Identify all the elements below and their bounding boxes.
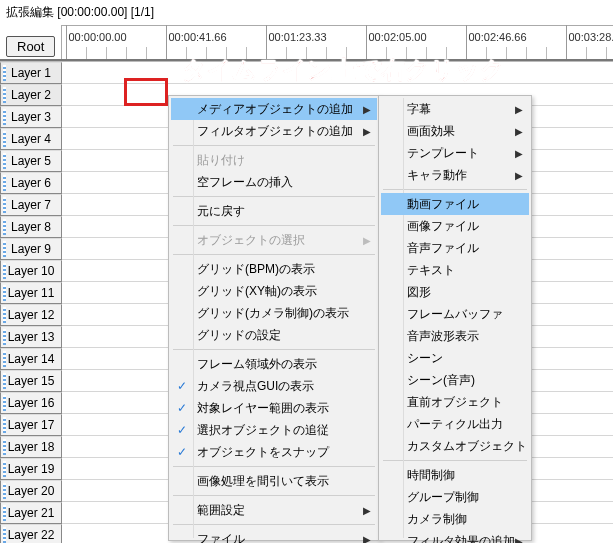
menu-item[interactable]: グリッドの設定	[171, 324, 377, 346]
menu-separator	[173, 466, 375, 467]
menu-item[interactable]: メディアオブジェクトの追加▶	[171, 98, 377, 120]
menu-item[interactable]: ✓オブジェクトをスナップ	[171, 441, 377, 463]
menu-item[interactable]: 空フレームの挿入	[171, 171, 377, 193]
menu-item[interactable]: ✓対象レイヤー範囲の表示	[171, 397, 377, 419]
layer-header[interactable]: Layer 19	[0, 458, 62, 480]
menu-item[interactable]: テキスト	[381, 259, 529, 281]
menu-item-label: 画像処理を間引いて表示	[197, 473, 329, 490]
layer-header[interactable]: Layer 12	[0, 304, 62, 326]
menu-item[interactable]: 画像ファイル	[381, 215, 529, 237]
menu-item[interactable]: カスタムオブジェクト	[381, 435, 529, 457]
menu-item[interactable]: シーン(音声)	[381, 369, 529, 391]
layer-header[interactable]: Layer 10	[0, 260, 62, 282]
menu-item[interactable]: 範囲設定▶	[171, 499, 377, 521]
menu-item[interactable]: パーティクル出力	[381, 413, 529, 435]
menu-item[interactable]: ✓カメラ視点GUIの表示	[171, 375, 377, 397]
menu-item[interactable]: ✓選択オブジェクトの追従	[171, 419, 377, 441]
menu-item[interactable]: キャラ動作▶	[381, 164, 529, 186]
menu-item-label: フレームバッファ	[407, 306, 503, 323]
submenu-arrow-icon: ▶	[515, 170, 523, 181]
ruler-tick-label: 00:00:41.66	[168, 31, 226, 43]
menu-item[interactable]: グリッド(カメラ制御)の表示	[171, 302, 377, 324]
context-menu-main[interactable]: メディアオブジェクトの追加▶フィルタオブジェクトの追加▶貼り付け空フレームの挿入…	[168, 95, 380, 541]
menu-item-label: オブジェクトの選択	[197, 232, 305, 249]
layer-header[interactable]: Layer 17	[0, 414, 62, 436]
menu-item[interactable]: グリッド(BPM)の表示	[171, 258, 377, 280]
menu-item-label: 音声ファイル	[407, 240, 479, 257]
editor-window: 拡張編集 [00:00:00.00] [1/1] Root 00:00:00.0…	[0, 0, 613, 543]
menu-item[interactable]: 画面効果▶	[381, 120, 529, 142]
menu-item[interactable]: ファイル▶	[171, 528, 377, 543]
menu-separator	[173, 225, 375, 226]
submenu-arrow-icon: ▶	[515, 104, 523, 115]
layer-header[interactable]: Layer 4	[0, 128, 62, 150]
menu-item[interactable]: 元に戻す	[171, 200, 377, 222]
layer-header[interactable]: Layer 16	[0, 392, 62, 414]
menu-item-label: 空フレームの挿入	[197, 174, 293, 191]
layer-header[interactable]: Layer 21	[0, 502, 62, 524]
menu-item-label: 対象レイヤー範囲の表示	[197, 400, 329, 417]
menu-item[interactable]: 図形	[381, 281, 529, 303]
menu-item-label: グリッドの設定	[197, 327, 281, 344]
submenu-arrow-icon: ▶	[363, 235, 371, 246]
layer-header[interactable]: Layer 15	[0, 370, 62, 392]
menu-item-label: パーティクル出力	[407, 416, 503, 433]
menu-item-label: 直前オブジェクト	[407, 394, 503, 411]
layer-header[interactable]: Layer 20	[0, 480, 62, 502]
menu-item[interactable]: 音声ファイル	[381, 237, 529, 259]
menu-item-label: グリッド(BPM)の表示	[197, 261, 315, 278]
menu-item[interactable]: グループ制御	[381, 486, 529, 508]
menu-item-label: テンプレート	[407, 145, 479, 162]
menu-item-label: グリッド(カメラ制御)の表示	[197, 305, 349, 322]
menu-item[interactable]: カメラ制御	[381, 508, 529, 530]
root-button[interactable]: Root	[6, 36, 55, 57]
menu-item[interactable]: 直前オブジェクト	[381, 391, 529, 413]
menu-item-label: 図形	[407, 284, 431, 301]
menu-item-label: ファイル	[197, 531, 245, 544]
menu-item-label: テキスト	[407, 262, 455, 279]
menu-item-label: 選択オブジェクトの追従	[197, 422, 329, 439]
menu-item-label: 範囲設定	[197, 502, 245, 519]
layer-header[interactable]: Layer 2	[0, 84, 62, 106]
submenu-arrow-icon: ▶	[515, 536, 523, 544]
layer-header[interactable]: Layer 1	[0, 62, 62, 84]
layer-header[interactable]: Layer 3	[0, 106, 62, 128]
menu-separator	[173, 254, 375, 255]
layer-header[interactable]: Layer 22	[0, 524, 62, 543]
menu-separator	[173, 349, 375, 350]
menu-item[interactable]: 字幕▶	[381, 98, 529, 120]
menu-item[interactable]: 音声波形表示	[381, 325, 529, 347]
menu-item[interactable]: フィルタオブジェクトの追加▶	[171, 120, 377, 142]
layer-header[interactable]: Layer 7	[0, 194, 62, 216]
menu-item[interactable]: 画像処理を間引いて表示	[171, 470, 377, 492]
menu-item[interactable]: フレームバッファ	[381, 303, 529, 325]
layer-header[interactable]: Layer 5	[0, 150, 62, 172]
menu-item[interactable]: テンプレート▶	[381, 142, 529, 164]
context-menu-sub[interactable]: 字幕▶画面効果▶テンプレート▶キャラ動作▶動画ファイル画像ファイル音声ファイルテ…	[378, 95, 532, 541]
layer-header[interactable]: Layer 9	[0, 238, 62, 260]
menu-item[interactable]: 動画ファイル	[381, 193, 529, 215]
menu-item-label: 時間制御	[407, 467, 455, 484]
menu-item[interactable]: 時間制御	[381, 464, 529, 486]
menu-item[interactable]: シーン	[381, 347, 529, 369]
menu-separator	[173, 196, 375, 197]
menu-item: オブジェクトの選択▶	[171, 229, 377, 251]
ruler-tick-label: 00:00:00.00	[68, 31, 126, 43]
menu-item[interactable]: グリッド(XY軸)の表示	[171, 280, 377, 302]
layer-header[interactable]: Layer 8	[0, 216, 62, 238]
ruler-tick-label: 00:01:23.33	[268, 31, 326, 43]
submenu-arrow-icon: ▶	[363, 126, 371, 137]
layer-header[interactable]: Layer 6	[0, 172, 62, 194]
menu-item-label: 画面効果	[407, 123, 455, 140]
layer-header[interactable]: Layer 14	[0, 348, 62, 370]
layer-header[interactable]: Layer 18	[0, 436, 62, 458]
layer-header[interactable]: Layer 11	[0, 282, 62, 304]
submenu-arrow-icon: ▶	[515, 126, 523, 137]
menu-item-label: 元に戻す	[197, 203, 245, 220]
layer-header[interactable]: Layer 13	[0, 326, 62, 348]
submenu-arrow-icon: ▶	[515, 148, 523, 159]
check-icon: ✓	[177, 423, 187, 437]
menu-item[interactable]: フィルタ効果の追加▶	[381, 530, 529, 543]
menu-item[interactable]: フレーム領域外の表示	[171, 353, 377, 375]
window-title: 拡張編集 [00:00:00.00] [1/1]	[0, 0, 613, 25]
